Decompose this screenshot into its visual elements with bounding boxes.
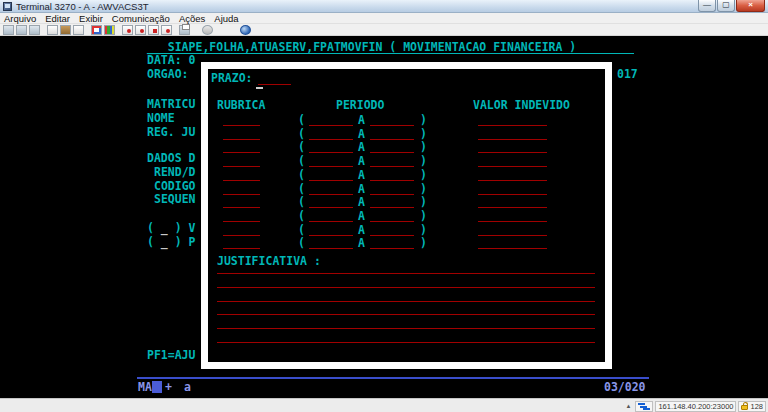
connection-status-panel — [635, 401, 653, 412]
menu-exibir[interactable]: Exibir — [79, 13, 103, 24]
stop-macro-icon[interactable] — [148, 25, 159, 35]
cascade-sessions-icon[interactable] — [16, 25, 27, 35]
periodo-to-input[interactable] — [370, 128, 414, 140]
periodo-open-paren: ( — [298, 155, 305, 168]
paste-icon[interactable] — [60, 25, 71, 35]
periodo-to-input[interactable] — [370, 169, 414, 181]
rubrica-input[interactable] — [223, 114, 260, 126]
maximize-button[interactable]: ▢ — [717, 0, 735, 12]
rubrica-input[interactable] — [223, 183, 260, 195]
justificativa-input-line[interactable] — [217, 328, 595, 330]
copy-icon[interactable] — [47, 25, 58, 35]
periodo-to-input[interactable] — [370, 114, 414, 126]
option-v-close: ) V — [168, 221, 196, 235]
periodo-from-input[interactable] — [309, 141, 353, 153]
command-line[interactable]: __ SIAPE,FOLHA,ATUASERV,FPATMOVFIN ( MOV… — [147, 40, 634, 54]
justificativa-input-line[interactable] — [217, 314, 595, 316]
periodo-a-separator: A — [358, 114, 365, 127]
rubrica-input[interactable] — [223, 210, 260, 222]
periodo-close-paren: ) — [420, 196, 427, 209]
periodo-close-paren: ) — [420, 224, 427, 237]
column-header-rubrica: RUBRICA — [217, 99, 265, 112]
periodo-to-input[interactable] — [370, 210, 414, 222]
justificativa-input-line[interactable] — [217, 342, 595, 344]
prazo-input[interactable] — [258, 73, 291, 85]
rubrica-input[interactable] — [223, 141, 260, 153]
periodo-to-input[interactable] — [370, 196, 414, 208]
menu-arquivo[interactable]: Arquivo — [4, 13, 36, 24]
status-expand-button[interactable]: ▲ — [623, 401, 633, 412]
keyboard-mapping-icon[interactable] — [104, 25, 115, 35]
menu-comunicacao[interactable]: Comunicação — [112, 13, 170, 24]
periodo-a-separator: A — [358, 141, 365, 154]
periodo-close-paren: ) — [420, 210, 427, 223]
valor-indevido-input[interactable] — [478, 224, 547, 236]
play-macro-icon[interactable] — [122, 25, 133, 35]
option-p-field[interactable]: _ — [161, 235, 168, 249]
valor-indevido-input[interactable] — [478, 155, 547, 167]
option-v-field[interactable]: _ — [161, 221, 168, 235]
periodo-from-input[interactable] — [309, 155, 353, 167]
menu-ajuda[interactable]: Ajuda — [214, 13, 238, 24]
rubrica-row: (A) — [208, 141, 605, 154]
periodo-to-input[interactable] — [370, 141, 414, 153]
valor-indevido-input[interactable] — [478, 114, 547, 126]
rubrica-input[interactable] — [223, 128, 260, 140]
periodo-to-input[interactable] — [370, 183, 414, 195]
label-sequen: SEQUEN — [154, 193, 196, 206]
valor-indevido-input[interactable] — [478, 141, 547, 153]
periodo-from-input[interactable] — [309, 196, 353, 208]
rubrica-row: (A) — [208, 224, 605, 237]
valor-indevido-input[interactable] — [478, 183, 547, 195]
popup-body[interactable]: PRAZO: RUBRICA PERIODO VALOR INDEVIDO (A… — [208, 69, 605, 362]
record-macro-icon[interactable] — [135, 25, 146, 35]
title-bar[interactable]: Terminal 3270 - A - AWVACS3T — ▢ × — [0, 0, 768, 13]
periodo-open-paren: ( — [298, 196, 305, 209]
label-data: DATA: 0 — [147, 54, 195, 67]
label-nome: NOME — [147, 112, 175, 125]
valor-indevido-input[interactable] — [478, 210, 547, 222]
periodo-to-input[interactable] — [370, 155, 414, 167]
menu-editar[interactable]: Editar — [45, 13, 70, 24]
jump-session-icon[interactable] — [29, 25, 40, 35]
valor-indevido-input[interactable] — [478, 237, 547, 249]
oia-shift-indicator: a — [184, 381, 191, 394]
step-macro-icon[interactable] — [161, 25, 172, 35]
app-icon — [3, 2, 12, 11]
periodo-from-input[interactable] — [309, 169, 353, 181]
print-screen-icon[interactable] — [179, 25, 190, 35]
valor-indevido-input[interactable] — [478, 169, 547, 181]
connection-icon — [638, 403, 650, 410]
rubrica-input[interactable] — [223, 224, 260, 236]
periodo-from-input[interactable] — [309, 224, 353, 236]
copy-append-icon[interactable] — [73, 25, 84, 35]
periodo-open-paren: ( — [298, 128, 305, 141]
rubrica-input[interactable] — [223, 155, 260, 167]
periodo-open-paren: ( — [298, 237, 305, 250]
periodo-from-input[interactable] — [309, 128, 353, 140]
valor-indevido-input[interactable] — [478, 196, 547, 208]
justificativa-input-line[interactable] — [217, 273, 595, 275]
periodo-open-paren: ( — [298, 210, 305, 223]
periodo-to-input[interactable] — [370, 237, 414, 249]
periodo-to-input[interactable] — [370, 224, 414, 236]
close-button[interactable]: × — [736, 0, 765, 12]
help-icon[interactable] — [240, 25, 251, 35]
menu-acoes[interactable]: Ações — [179, 13, 205, 24]
periodo-open-paren: ( — [298, 169, 305, 182]
valor-indevido-input[interactable] — [478, 128, 547, 140]
periodo-from-input[interactable] — [309, 114, 353, 126]
rubrica-input[interactable] — [223, 169, 260, 181]
terminal-screen[interactable]: __ SIAPE,FOLHA,ATUASERV,FPATMOVFIN ( MOV… — [0, 36, 768, 398]
periodo-from-input[interactable] — [309, 183, 353, 195]
minimize-button[interactable]: — — [698, 0, 716, 12]
periodo-from-input[interactable] — [309, 210, 353, 222]
justificativa-input-line[interactable] — [217, 301, 595, 303]
terminal-session-icon[interactable] — [3, 25, 14, 35]
rubrica-input[interactable] — [223, 196, 260, 208]
justificativa-input-line[interactable] — [217, 287, 595, 289]
rubrica-input[interactable] — [223, 237, 260, 249]
color-mapping-icon[interactable] — [91, 25, 102, 35]
periodo-from-input[interactable] — [309, 237, 353, 249]
refresh-screen-icon[interactable] — [202, 25, 213, 35]
